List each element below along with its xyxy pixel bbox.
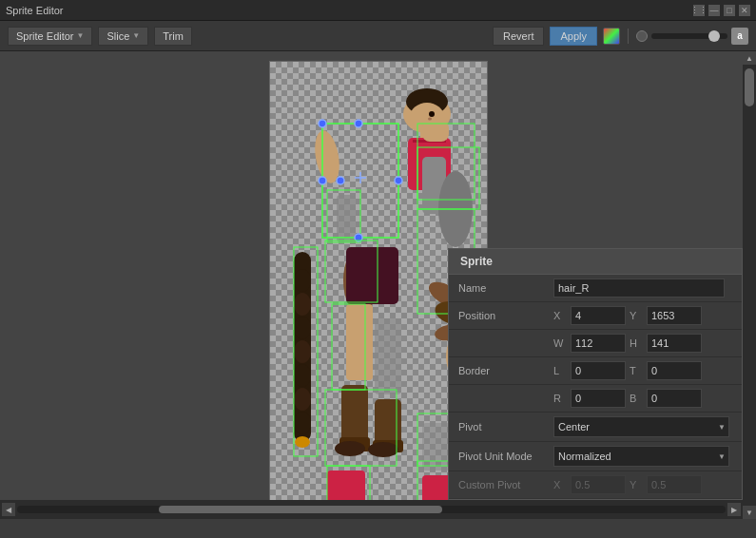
- pivot-select[interactable]: Center Top Left Top Top Right Left Right…: [553, 416, 729, 437]
- title-bar-menu-btn[interactable]: ⋮⋮: [693, 5, 705, 16]
- h-scroll-track[interactable]: [17, 506, 726, 513]
- scroll-down-arrow[interactable]: ▼: [743, 506, 756, 519]
- svg-point-4: [429, 111, 435, 117]
- custom-pivot-x-label: X: [553, 479, 567, 490]
- title-bar-controls: ⋮⋮ — □ ✕: [693, 5, 750, 16]
- l-label: L: [553, 365, 567, 376]
- props-panel-header: Sprite: [449, 249, 742, 275]
- svg-point-46: [319, 177, 326, 184]
- svg-point-13: [294, 317, 311, 339]
- custom-pivot-row: Custom Pivot X Y: [449, 471, 742, 499]
- svg-point-14: [294, 340, 311, 363]
- r-label: R: [553, 393, 567, 404]
- custom-pivot-group: X Y: [553, 475, 732, 494]
- scroll-right-arrow[interactable]: ▶: [727, 503, 741, 516]
- position-row-xy: Position X Y: [449, 302, 742, 330]
- svg-point-30: [368, 442, 398, 457]
- toolbar: Sprite Editor ▼ Slice ▼ Trim Revert Appl…: [0, 21, 756, 51]
- svg-rect-19: [337, 195, 356, 242]
- t-label: T: [630, 365, 643, 376]
- border-rb-group: R B: [553, 389, 732, 408]
- slice-menu-label: Slice: [107, 30, 129, 42]
- position-x-input[interactable]: [571, 306, 626, 325]
- svg-rect-39: [422, 423, 451, 471]
- svg-rect-24: [346, 247, 398, 304]
- brightness-icon: [636, 30, 648, 42]
- toolbar-right: Revert Apply a: [493, 27, 748, 46]
- svg-point-11: [294, 269, 311, 292]
- title-bar-close-btn[interactable]: ✕: [739, 5, 750, 16]
- border-row-lt: Border L T: [449, 357, 742, 385]
- svg-rect-32: [375, 318, 401, 394]
- svg-point-5: [428, 118, 432, 121]
- color-icon[interactable]: [603, 28, 620, 45]
- pivot-unit-mode-group: Normalized Pixels: [553, 446, 732, 467]
- custom-pivot-label: Custom Pivot: [458, 479, 553, 490]
- svg-point-17: [294, 412, 311, 434]
- brightness-slider[interactable]: [651, 33, 727, 39]
- separator: [628, 29, 629, 44]
- pivot-unit-mode-select[interactable]: Normalized Pixels: [553, 446, 729, 467]
- scroll-left-arrow[interactable]: ◀: [2, 503, 15, 516]
- border-l-input[interactable]: [571, 361, 626, 380]
- pivot-unit-mode-label: Pivot Unit Mode: [458, 451, 553, 462]
- name-row: Name: [449, 275, 742, 302]
- border-t-input[interactable]: [647, 361, 702, 380]
- h-scroll-thumb[interactable]: [159, 506, 442, 513]
- pivot-unit-mode-row: Pivot Unit Mode Normalized Pixels: [449, 442, 742, 471]
- position-xy-group: X Y: [553, 306, 732, 325]
- title-bar-label: Sprite Editor: [6, 5, 64, 16]
- title-bar-minimize-btn[interactable]: —: [708, 5, 720, 16]
- properties-panel: Sprite Name Position X Y W H: [448, 248, 743, 500]
- title-bar-maximize-btn[interactable]: □: [724, 5, 735, 16]
- sprite-editor-menu-label: Sprite Editor: [16, 30, 74, 42]
- svg-point-9: [311, 128, 342, 184]
- svg-point-29: [335, 441, 365, 456]
- svg-point-12: [294, 293, 311, 316]
- position-wh-group: W H: [553, 334, 732, 353]
- name-label: Name: [458, 282, 553, 294]
- position-h-input[interactable]: [647, 334, 702, 353]
- apply-button[interactable]: Apply: [550, 27, 597, 46]
- pivot-select-wrapper: Center Top Left Top Top Right Left Right…: [553, 416, 729, 437]
- svg-point-48: [395, 177, 402, 184]
- alpha-icon: a: [731, 28, 748, 45]
- border-label: Border: [458, 365, 553, 376]
- scroll-up-arrow[interactable]: ▲: [743, 51, 756, 65]
- custom-pivot-x-input: [571, 475, 626, 494]
- pivot-unit-mode-select-wrapper: Normalized Pixels: [553, 446, 729, 467]
- y-label: Y: [630, 310, 643, 321]
- border-lt-group: L T: [553, 361, 732, 380]
- title-bar: Sprite Editor ⋮⋮ — □ ✕: [0, 0, 756, 21]
- position-row-wh: W H: [449, 330, 742, 357]
- border-r-input[interactable]: [571, 389, 626, 408]
- position-y-input[interactable]: [647, 306, 702, 325]
- svg-point-15: [294, 364, 311, 387]
- border-b-input[interactable]: [647, 389, 702, 408]
- svg-point-43: [355, 120, 362, 127]
- pivot-value-group: Center Top Left Top Top Right Left Right…: [553, 416, 732, 437]
- brightness-slider-group: a: [636, 28, 748, 45]
- bottom-scrollbar[interactable]: ◀ ▶: [0, 500, 743, 519]
- svg-rect-31: [346, 304, 373, 380]
- svg-point-47: [337, 177, 344, 184]
- revert-button[interactable]: Revert: [493, 27, 544, 46]
- slice-chevron-icon: ▼: [132, 31, 140, 40]
- b-label: B: [630, 393, 643, 404]
- pivot-row: Pivot Center Top Left Top Top Right Left…: [449, 413, 742, 442]
- name-input[interactable]: [553, 279, 725, 298]
- x-label: X: [553, 310, 567, 321]
- svg-point-16: [294, 388, 311, 411]
- v-scroll-thumb[interactable]: [745, 68, 754, 106]
- sprite-editor-menu[interactable]: Sprite Editor ▼: [8, 27, 92, 46]
- position-w-input[interactable]: [571, 334, 626, 353]
- name-value-group: [553, 279, 732, 298]
- h-label: H: [630, 337, 643, 349]
- slice-menu[interactable]: Slice ▼: [98, 27, 148, 46]
- svg-point-18: [295, 436, 310, 448]
- trim-button[interactable]: Trim: [154, 27, 192, 46]
- custom-pivot-y-input: [647, 475, 702, 494]
- v-scrollbar[interactable]: ▲ ▼: [743, 51, 756, 519]
- w-label: W: [553, 337, 567, 349]
- custom-pivot-y-label: Y: [630, 479, 643, 490]
